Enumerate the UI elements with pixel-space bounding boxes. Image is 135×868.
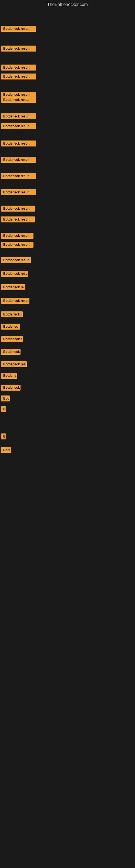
- bottleneck-item[interactable]: Bottleneck result: [1, 26, 36, 33]
- bottleneck-item[interactable]: Bottleneck result: [1, 65, 36, 72]
- bottleneck-item[interactable]: Bottlenec: [1, 323, 20, 331]
- bottleneck-badge: Bottleneck result: [1, 45, 36, 52]
- bottleneck-badge: Bottleneck r: [1, 336, 23, 342]
- bottleneck-item[interactable]: Bottleneck result: [1, 298, 30, 305]
- bottleneck-item[interactable]: Bottleneck: [1, 349, 20, 356]
- bottleneck-item[interactable]: Bottleneck r: [1, 336, 23, 343]
- bottleneck-badge: Bottleneck result: [1, 298, 30, 304]
- bottleneck-badge: Bottleneck result: [1, 242, 34, 248]
- bottleneck-badge: Bottleneck result: [1, 206, 35, 212]
- bottleneck-item[interactable]: Bottleneck result: [1, 189, 36, 196]
- bottleneck-item[interactable]: Bottleneck res: [1, 361, 27, 368]
- bottleneck-badge: Bottleneck result: [1, 113, 36, 119]
- bottleneck-badge: Bottleneck: [1, 384, 20, 391]
- bottleneck-item[interactable]: B: [1, 433, 6, 440]
- bottleneck-item[interactable]: Bottlens: [1, 373, 17, 380]
- bottleneck-badge: Bottleneck result: [1, 123, 36, 129]
- bottleneck-badge: Bottlens: [1, 373, 17, 379]
- bottleneck-badge: Bottleneck result: [1, 97, 36, 103]
- bottleneck-item[interactable]: Bott: [1, 447, 11, 454]
- bottleneck-item[interactable]: Bottleneck result: [1, 271, 28, 278]
- bottleneck-badge: Bot: [1, 396, 10, 401]
- bottleneck-item[interactable]: Bottleneck result: [1, 206, 35, 213]
- bottleneck-item[interactable]: Bottleneck r: [1, 311, 23, 318]
- bottleneck-item[interactable]: Bottleneck result: [1, 123, 36, 130]
- bottleneck-item[interactable]: Bottleneck result: [1, 73, 36, 81]
- bottleneck-badge: Bottleneck: [1, 349, 20, 355]
- bottleneck-item[interactable]: Bottleneck result: [1, 45, 36, 53]
- bottleneck-item[interactable]: Bottleneck re: [1, 284, 26, 291]
- bottleneck-badge: Bott: [1, 447, 11, 453]
- bottleneck-item[interactable]: Bot: [1, 396, 10, 403]
- bottleneck-badge: Bottleneck result: [1, 233, 34, 239]
- bottleneck-item[interactable]: Bottleneck: [1, 384, 20, 392]
- bottleneck-badge: B: [1, 433, 6, 439]
- bottleneck-badge: Bottleneck r: [1, 311, 23, 317]
- bottleneck-badge: Bottleneck result: [1, 65, 36, 70]
- bottleneck-item[interactable]: Bottleneck result: [1, 157, 36, 164]
- bottleneck-badge: Bottleneck result: [1, 173, 36, 179]
- bottleneck-item[interactable]: B: [1, 406, 6, 413]
- bottleneck-item[interactable]: Bottleneck result: [1, 257, 31, 264]
- bottleneck-badge: Bottlenec: [1, 323, 20, 330]
- bottleneck-badge: Bottleneck result: [1, 157, 36, 163]
- bottleneck-badge: Bottleneck result: [1, 271, 28, 277]
- bottleneck-badge: Bottleneck result: [1, 257, 31, 263]
- bottleneck-badge: Bottleneck re: [1, 284, 26, 290]
- bottleneck-item[interactable]: Bottleneck result: [1, 216, 35, 223]
- bottleneck-item[interactable]: Bottleneck result: [1, 173, 36, 180]
- bottleneck-badge: Bottleneck result: [1, 216, 35, 222]
- bottleneck-item[interactable]: Bottleneck result: [1, 97, 36, 104]
- bottleneck-badge: Bottleneck result: [1, 26, 36, 32]
- bottleneck-badge: Bottleneck result: [1, 189, 36, 195]
- bottleneck-badge: Bottleneck result: [1, 73, 36, 80]
- bottleneck-item[interactable]: Bottleneck result: [1, 113, 36, 120]
- items-container: Bottleneck resultBottleneck resultBottle…: [0, 10, 135, 868]
- bottleneck-badge: Bottleneck res: [1, 361, 27, 367]
- bottleneck-badge: B: [1, 406, 6, 412]
- bottleneck-item[interactable]: Bottleneck result: [1, 242, 34, 249]
- bottleneck-badge: Bottleneck result: [1, 141, 36, 147]
- site-title: TheBottlenecker.com: [0, 0, 135, 10]
- bottleneck-item[interactable]: Bottleneck result: [1, 141, 36, 148]
- bottleneck-item[interactable]: Bottleneck result: [1, 233, 34, 240]
